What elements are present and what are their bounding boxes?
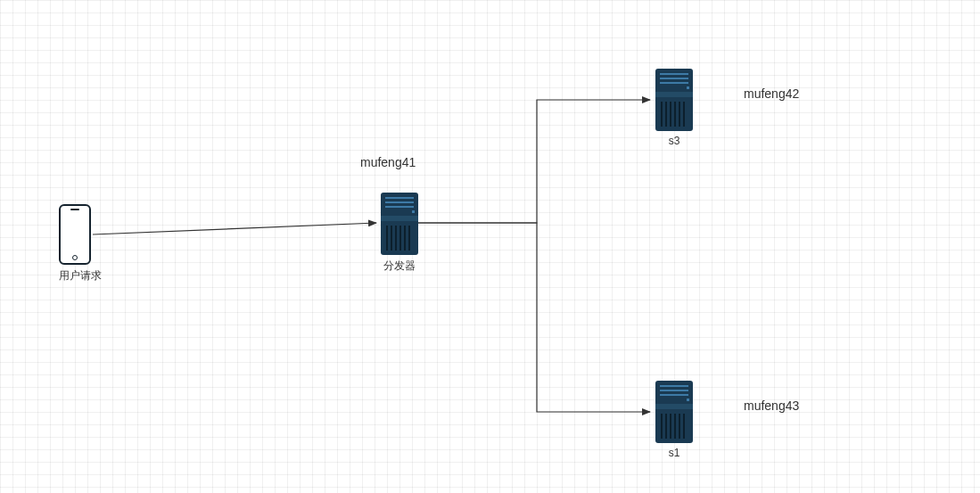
node-dispatcher-caption: 分发器 <box>381 259 418 274</box>
node-server-top-title: mufeng42 <box>744 86 799 101</box>
node-dispatcher[interactable]: 分发器 <box>381 193 418 274</box>
server-icon <box>655 69 693 131</box>
smartphone-icon <box>59 204 91 265</box>
node-client-caption: 用户请求 <box>59 268 102 283</box>
node-server-bottom-caption: s1 <box>655 447 693 459</box>
node-client[interactable]: 用户请求 <box>59 204 102 283</box>
server-icon <box>655 381 693 443</box>
node-dispatcher-title: mufeng41 <box>360 155 416 169</box>
node-server-bottom[interactable]: s1 <box>655 381 693 459</box>
server-icon <box>381 193 418 255</box>
node-server-top-caption: s3 <box>655 135 693 147</box>
node-server-bottom-title: mufeng43 <box>744 399 799 413</box>
node-server-top[interactable]: s3 <box>655 69 693 147</box>
